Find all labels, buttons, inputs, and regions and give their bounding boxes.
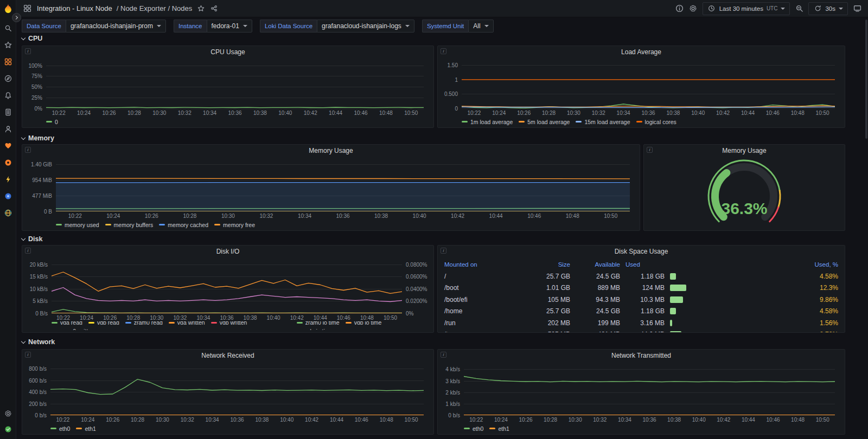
panel-title[interactable]: Network Transmitted	[438, 350, 845, 361]
disk-io-chart[interactable]: 0 B/s5 kB/s10 kB/s15 kB/s20 kB/s0%0.0200…	[25, 257, 430, 330]
dashboard-settings-icon[interactable]	[689, 4, 698, 13]
col-size[interactable]: Size	[531, 261, 570, 268]
breadcrumb-path[interactable]: / Node Exporter / Nodes	[117, 4, 192, 12]
legend-item[interactable]: 5m load average	[519, 119, 570, 125]
col-mounted-on[interactable]: Mounted on	[444, 261, 526, 268]
legend-item[interactable]: logical cores	[636, 119, 676, 125]
app-blue-circle-icon[interactable]	[4, 192, 12, 201]
panel-title[interactable]: Disk I/O	[22, 246, 433, 257]
panel-info-icon[interactable]: i	[25, 48, 31, 54]
legend-item[interactable]: eth0	[50, 425, 70, 432]
logs-document-icon[interactable]	[4, 108, 12, 117]
panel-title[interactable]: Network Received	[22, 350, 433, 361]
legend-item[interactable]: 15m load average	[576, 119, 630, 125]
panel-info-icon[interactable]: i	[25, 248, 31, 254]
share-icon[interactable]	[209, 4, 218, 13]
plot-area[interactable]	[462, 62, 835, 108]
filter-value-dropdown[interactable]: grafanacloud-ishanjain-logs	[317, 20, 414, 33]
legend-item[interactable]: memory free	[214, 222, 255, 228]
plot-area[interactable]	[46, 62, 424, 108]
starred-icon[interactable]	[4, 41, 12, 49]
dashboards-icon[interactable]	[4, 57, 12, 66]
tv-mode-icon[interactable]	[853, 4, 861, 13]
section-header-disk[interactable]: Disk	[22, 234, 42, 244]
load-average-chart[interactable]: 00.50011.5010:2210:2410:2610:2810:3010:3…	[441, 58, 841, 125]
legend-item[interactable]: eth1	[489, 425, 509, 432]
help-icon[interactable]	[675, 4, 684, 13]
legend-item[interactable]: memory cached	[159, 222, 208, 228]
legend-item[interactable]: 0	[46, 119, 58, 125]
search-icon[interactable]	[4, 24, 12, 33]
legend-item[interactable]: vda read	[52, 321, 82, 326]
legend-item[interactable]: vda io time	[297, 328, 333, 331]
profile-person-icon[interactable]	[4, 125, 12, 133]
legend-item[interactable]: memory buffers	[105, 222, 154, 228]
col-used[interactable]: Used	[626, 261, 665, 268]
x-axis-label: 10:38	[244, 315, 257, 321]
section-header-cpu[interactable]: CPU	[22, 34, 42, 43]
cpu-usage-chart[interactable]: 0%25%50%75%100%10:2210:2410:2610:2810:30…	[25, 58, 430, 125]
refresh-button[interactable]: 30s	[808, 2, 848, 15]
panel-info-icon[interactable]: i	[441, 248, 446, 254]
settings-gear-icon[interactable]	[4, 409, 12, 418]
panel-title[interactable]: Load Average	[438, 46, 845, 58]
legend-item[interactable]: vdb io time	[346, 321, 382, 326]
section-header-network[interactable]: Network	[22, 337, 55, 347]
y-axis-label: 25%	[25, 95, 42, 101]
legend-item[interactable]: eth0	[464, 425, 483, 432]
breadcrumb-dashboard-title[interactable]: Integration - Linux Node	[37, 4, 112, 12]
panel-load-average: i Load Average 00.50011.5010:2210:2410:2…	[437, 46, 845, 128]
explore-compass-icon[interactable]	[4, 74, 12, 83]
plot-area[interactable]	[52, 262, 402, 313]
panel-title[interactable]: Memory Usage	[644, 145, 845, 157]
plot-area[interactable]	[50, 366, 424, 415]
section-header-memory[interactable]: Memory	[22, 133, 54, 143]
legend-item[interactable]: memory used	[56, 222, 99, 228]
x-axis-label: 10:48	[566, 213, 579, 219]
memory-usage-chart[interactable]: 0 B477 MiB954 MiB1.40 GiB10:2210:2410:26…	[25, 157, 636, 228]
col-available[interactable]: Available	[576, 261, 620, 268]
app-lightning-icon[interactable]	[4, 175, 12, 184]
panel-title[interactable]: Memory Usage	[22, 145, 640, 157]
panel-title[interactable]: Disk Space Usage	[438, 246, 845, 257]
alerting-bell-icon[interactable]	[4, 91, 12, 100]
app-globe-icon[interactable]	[4, 209, 12, 217]
panel-info-icon[interactable]: i	[25, 147, 31, 153]
panel-title[interactable]: CPU Usage	[22, 46, 433, 58]
plot-area[interactable]	[464, 366, 835, 415]
legend-item[interactable]: zram0 io time	[297, 321, 340, 326]
filter-value-dropdown[interactable]: fedora-01	[207, 20, 252, 33]
app-orange-circle-icon[interactable]	[4, 158, 12, 167]
plot-area[interactable]	[56, 161, 630, 211]
x-axis-label: 10:48	[380, 417, 393, 423]
panel-info-icon[interactable]: i	[25, 352, 31, 358]
col-used-pct[interactable]: Used, %	[807, 261, 838, 268]
section-label: CPU	[28, 35, 42, 42]
panel-info-icon[interactable]: i	[441, 352, 446, 358]
scrollbar[interactable]	[865, 17, 868, 439]
legend-item[interactable]: 1m load average	[462, 119, 513, 125]
legend-item[interactable]: zram0 read	[125, 321, 163, 326]
legend-item[interactable]: zram0 written	[52, 328, 94, 331]
filter-value-dropdown[interactable]: All	[468, 20, 493, 33]
star-icon[interactable]	[196, 4, 205, 13]
time-range-picker[interactable]: Last 30 minutes UTC	[703, 2, 790, 15]
legend-item[interactable]: eth1	[76, 425, 95, 432]
panel-info-icon[interactable]: i	[647, 147, 653, 153]
panel-info-icon[interactable]: i	[441, 48, 446, 54]
legend-item[interactable]: vda written	[169, 321, 205, 326]
zoom-out-icon[interactable]	[795, 4, 803, 13]
legend-swatch	[76, 428, 82, 429]
network-received-chart[interactable]: 0 b/s200 b/s400 b/s600 b/s800 b/s10:2210…	[25, 361, 430, 432]
legend-item[interactable]: vdb read	[88, 321, 119, 326]
grafana-logo[interactable]	[3, 4, 13, 15]
y-axis-label-right: 0%	[406, 311, 413, 317]
legend-item[interactable]: vdb written	[211, 321, 247, 326]
health-icon[interactable]	[4, 425, 12, 434]
filter-value-dropdown[interactable]: grafanacloud-ishanjain-prom	[66, 20, 166, 33]
sidebar-expand-button[interactable]	[12, 13, 21, 22]
cell-mount: /	[444, 273, 526, 280]
network-transmitted-chart[interactable]: 0 b/s1 kb/s2 kb/s3 kb/s4 kb/s10:2210:241…	[441, 361, 841, 432]
app-heart-icon[interactable]	[4, 141, 12, 150]
scrollbar-thumb[interactable]	[865, 20, 867, 139]
